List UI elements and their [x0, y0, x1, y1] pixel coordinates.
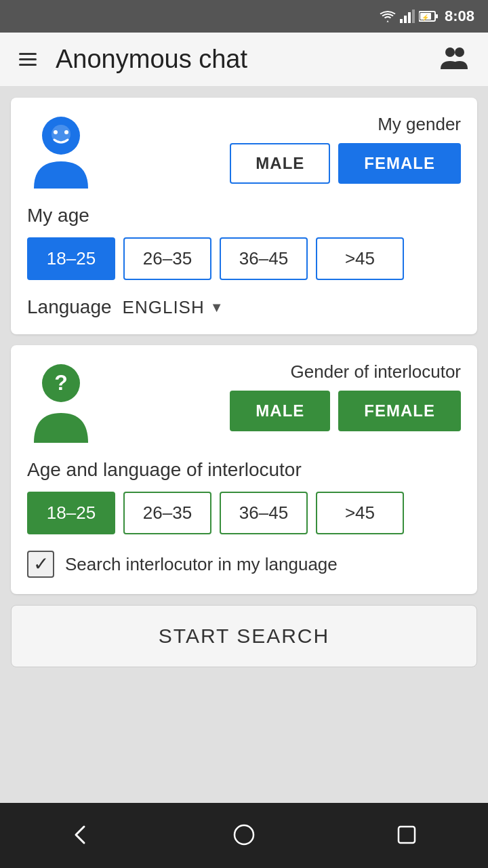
- status-time: 8:08: [445, 7, 474, 25]
- my-age-26-35[interactable]: 26–35: [123, 237, 211, 280]
- menu-line: [19, 58, 37, 60]
- interlocutor-gender-male-button[interactable]: MALE: [230, 391, 330, 431]
- interlocutor-age-over-45[interactable]: >45: [316, 492, 404, 534]
- my-gender-buttons: MALE FEMALE: [230, 143, 461, 184]
- menu-button[interactable]: [14, 47, 42, 71]
- chevron-down-icon: ▼: [210, 300, 224, 315]
- my-gender-section: My gender MALE FEMALE: [108, 114, 461, 184]
- my-gender-male-button[interactable]: MALE: [230, 143, 330, 184]
- svg-point-9: [455, 47, 464, 57]
- main-content: My gender MALE FEMALE My age 18–25 26–35…: [0, 87, 488, 803]
- page-title: Anonymous chat: [56, 45, 434, 74]
- my-gender-label: My gender: [378, 114, 461, 135]
- language-checkbox-label: Search interlocutor in my language: [65, 554, 338, 575]
- people-button[interactable]: [434, 41, 474, 78]
- recents-icon: [394, 823, 419, 847]
- interlocutor-gender-buttons: MALE FEMALE: [230, 391, 461, 431]
- interlocutor-profile-section: ? Gender of interlocutor MALE FEMALE: [27, 361, 461, 443]
- svg-point-13: [64, 130, 68, 134]
- status-bar: ⚡ 8:08: [0, 0, 488, 33]
- my-age-18-25[interactable]: 18–25: [27, 237, 115, 280]
- language-value: ENGLISH: [123, 297, 205, 318]
- language-row: Language ENGLISH ▼: [27, 296, 461, 318]
- interlocutor-gender-female-button[interactable]: FEMALE: [338, 391, 461, 431]
- interlocutor-age-language-label: Age and language of interlocutor: [27, 459, 461, 481]
- wifi-icon: [380, 9, 396, 23]
- my-profile-card: My gender MALE FEMALE My age 18–25 26–35…: [11, 98, 477, 334]
- language-checkbox-row: ✓ Search interlocutor in my language: [27, 551, 461, 578]
- language-selector[interactable]: ENGLISH ▼: [123, 297, 224, 318]
- language-label: Language: [27, 296, 112, 318]
- interlocutor-avatar: ?: [27, 361, 95, 443]
- my-age-over-45[interactable]: >45: [316, 237, 404, 280]
- svg-text:⚡: ⚡: [422, 14, 430, 22]
- svg-text:?: ?: [54, 370, 68, 395]
- my-avatar: [27, 114, 95, 189]
- interlocutor-age-18-25[interactable]: 18–25: [27, 492, 115, 534]
- home-button[interactable]: [224, 814, 264, 857]
- svg-point-8: [445, 47, 455, 57]
- my-age-36-45[interactable]: 36–45: [220, 237, 308, 280]
- svg-rect-5: [436, 14, 438, 18]
- svg-rect-2: [408, 12, 411, 23]
- svg-point-12: [54, 130, 58, 134]
- bottom-nav: [0, 803, 488, 868]
- my-profile-section: My gender MALE FEMALE: [27, 114, 461, 189]
- menu-line: [19, 53, 37, 55]
- svg-rect-3: [412, 9, 415, 23]
- menu-line: [19, 64, 37, 66]
- interlocutor-age-26-35[interactable]: 26–35: [123, 492, 211, 534]
- start-search-button[interactable]: START SEARCH: [11, 605, 477, 667]
- language-checkbox[interactable]: ✓: [27, 551, 54, 578]
- people-icon: [439, 46, 469, 71]
- my-age-section: My age 18–25 26–35 36–45 >45: [27, 205, 461, 280]
- svg-rect-0: [400, 19, 403, 23]
- interlocutor-gender-label: Gender of interlocutor: [291, 361, 461, 382]
- signal-icon: [400, 9, 415, 23]
- app-bar: Anonymous chat: [0, 33, 488, 87]
- my-age-label: My age: [27, 205, 461, 226]
- back-icon: [69, 823, 94, 847]
- my-age-buttons: 18–25 26–35 36–45 >45: [27, 237, 461, 280]
- checkmark-icon: ✓: [33, 555, 49, 574]
- interlocutor-age-buttons: 18–25 26–35 36–45 >45: [27, 492, 461, 534]
- home-icon: [232, 823, 256, 847]
- back-button[interactable]: [61, 814, 102, 857]
- battery-icon: ⚡: [419, 10, 438, 22]
- svg-point-16: [235, 825, 253, 844]
- svg-rect-1: [404, 16, 407, 23]
- status-icons: ⚡: [380, 9, 438, 23]
- interlocutor-age-section: Age and language of interlocutor 18–25 2…: [27, 459, 461, 534]
- interlocutor-gender-section: Gender of interlocutor MALE FEMALE: [108, 361, 461, 431]
- interlocutor-card: ? Gender of interlocutor MALE FEMALE Age…: [11, 345, 477, 594]
- recents-button[interactable]: [386, 814, 427, 857]
- interlocutor-age-36-45[interactable]: 36–45: [220, 492, 308, 534]
- my-gender-female-button[interactable]: FEMALE: [338, 143, 461, 184]
- svg-rect-17: [399, 827, 415, 843]
